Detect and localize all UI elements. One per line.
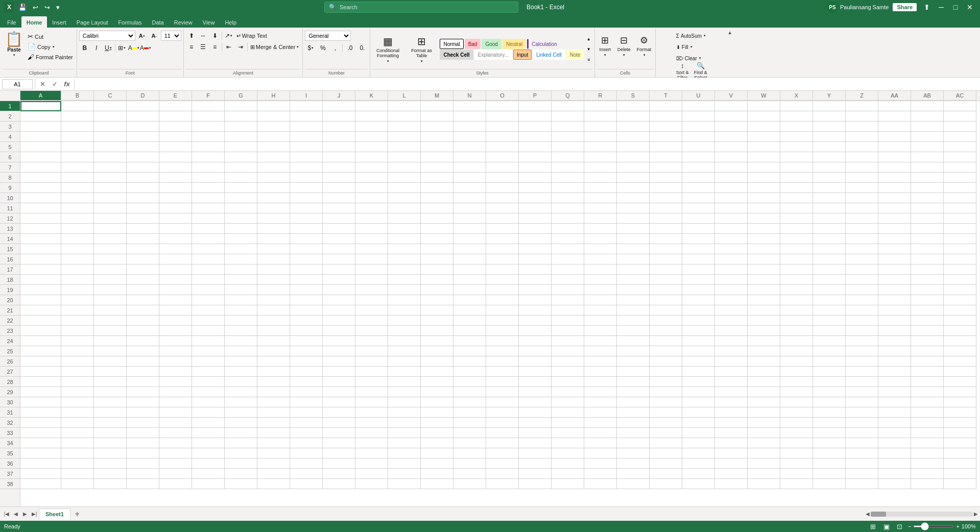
cell-B24[interactable] [61, 336, 94, 346]
format-table-dropdown[interactable]: ▾ [421, 59, 423, 63]
cell-D30[interactable] [127, 397, 159, 407]
cell-G11[interactable] [225, 203, 257, 213]
cell-D19[interactable] [127, 285, 159, 295]
cell-G36[interactable] [225, 458, 257, 469]
cell-AC2[interactable] [944, 111, 976, 122]
cell-X37[interactable] [780, 469, 813, 479]
cell-AA26[interactable] [878, 356, 911, 367]
cell-AA7[interactable] [878, 162, 911, 173]
cell-AB13[interactable] [911, 224, 944, 234]
cell-U3[interactable] [682, 122, 715, 132]
cell-Z36[interactable] [846, 458, 878, 469]
cell-AC21[interactable] [944, 305, 976, 316]
cell-H36[interactable] [257, 458, 290, 469]
cell-P17[interactable] [519, 264, 552, 275]
row-header-20[interactable]: 20 [0, 295, 20, 305]
cell-Y3[interactable] [813, 122, 846, 132]
cell-AA10[interactable] [878, 193, 911, 203]
cell-T4[interactable] [650, 132, 682, 142]
cell-U14[interactable] [682, 234, 715, 244]
cell-J36[interactable] [323, 458, 355, 469]
cell-E13[interactable] [159, 224, 192, 234]
italic-button[interactable]: I [91, 43, 102, 53]
cell-J38[interactable] [323, 479, 355, 489]
cell-W23[interactable] [748, 326, 780, 336]
cell-O19[interactable] [486, 285, 519, 295]
cell-N9[interactable] [453, 183, 486, 193]
cell-N18[interactable] [453, 275, 486, 285]
cell-K6[interactable] [355, 152, 388, 162]
cell-AA19[interactable] [878, 285, 911, 295]
cell-S29[interactable] [617, 387, 650, 397]
search-input[interactable] [340, 4, 514, 10]
cell-Z2[interactable] [846, 111, 878, 122]
cell-O33[interactable] [486, 428, 519, 438]
cell-J10[interactable] [323, 193, 355, 203]
cell-M22[interactable] [421, 316, 453, 326]
cell-M35[interactable] [421, 448, 453, 458]
cell-E28[interactable] [159, 377, 192, 387]
cell-L31[interactable] [388, 407, 421, 418]
cell-J14[interactable] [323, 234, 355, 244]
cell-P27[interactable] [519, 367, 552, 377]
cell-AC15[interactable] [944, 244, 976, 254]
cell-T1[interactable] [650, 101, 682, 111]
cell-U8[interactable] [682, 173, 715, 183]
cell-Y27[interactable] [813, 367, 846, 377]
cell-H26[interactable] [257, 356, 290, 367]
row-header-23[interactable]: 23 [0, 326, 20, 336]
cell-P5[interactable] [519, 142, 552, 152]
cell-V8[interactable] [715, 173, 748, 183]
cell-U29[interactable] [682, 387, 715, 397]
cell-E37[interactable] [159, 469, 192, 479]
cell-AA38[interactable] [878, 479, 911, 489]
cell-AC26[interactable] [944, 356, 976, 367]
cell-Q29[interactable] [552, 387, 584, 397]
cell-P18[interactable] [519, 275, 552, 285]
cell-Q33[interactable] [552, 428, 584, 438]
cell-L23[interactable] [388, 326, 421, 336]
cell-W29[interactable] [748, 387, 780, 397]
cell-J28[interactable] [323, 377, 355, 387]
align-right-btn[interactable]: ≡ [209, 42, 221, 52]
cell-X38[interactable] [780, 479, 813, 489]
add-sheet-btn[interactable]: + [71, 509, 83, 520]
cell-N29[interactable] [453, 387, 486, 397]
cell-B8[interactable] [61, 173, 94, 183]
cell-O22[interactable] [486, 316, 519, 326]
cell-AA33[interactable] [878, 428, 911, 438]
cell-AA25[interactable] [878, 346, 911, 356]
cell-J19[interactable] [323, 285, 355, 295]
row-header-37[interactable]: 37 [0, 469, 20, 479]
cell-I29[interactable] [290, 387, 323, 397]
cell-Q1[interactable] [552, 101, 584, 111]
cell-F10[interactable] [192, 193, 225, 203]
cell-X14[interactable] [780, 234, 813, 244]
cell-C35[interactable] [94, 448, 127, 458]
tab-home[interactable]: Home [21, 16, 47, 28]
cell-O34[interactable] [486, 438, 519, 448]
cell-A1[interactable] [20, 101, 61, 111]
cell-W16[interactable] [748, 254, 780, 264]
cell-AC29[interactable] [944, 387, 976, 397]
cell-A6[interactable] [20, 152, 61, 162]
grid-content[interactable] [20, 101, 980, 506]
clear-dropdown[interactable]: ▾ [699, 56, 701, 60]
cell-L22[interactable] [388, 316, 421, 326]
cell-V23[interactable] [715, 326, 748, 336]
cell-U37[interactable] [682, 469, 715, 479]
cell-I14[interactable] [290, 234, 323, 244]
cell-D35[interactable] [127, 448, 159, 458]
cell-X5[interactable] [780, 142, 813, 152]
cell-I20[interactable] [290, 295, 323, 305]
cell-R37[interactable] [584, 469, 617, 479]
cell-S23[interactable] [617, 326, 650, 336]
cell-P3[interactable] [519, 122, 552, 132]
cell-S37[interactable] [617, 469, 650, 479]
cell-T3[interactable] [650, 122, 682, 132]
cell-H21[interactable] [257, 305, 290, 316]
delete-cells-btn[interactable]: ⊟ Delete ▾ [615, 31, 633, 61]
col-header-d[interactable]: D [127, 91, 159, 101]
cell-O27[interactable] [486, 367, 519, 377]
cell-J32[interactable] [323, 418, 355, 428]
